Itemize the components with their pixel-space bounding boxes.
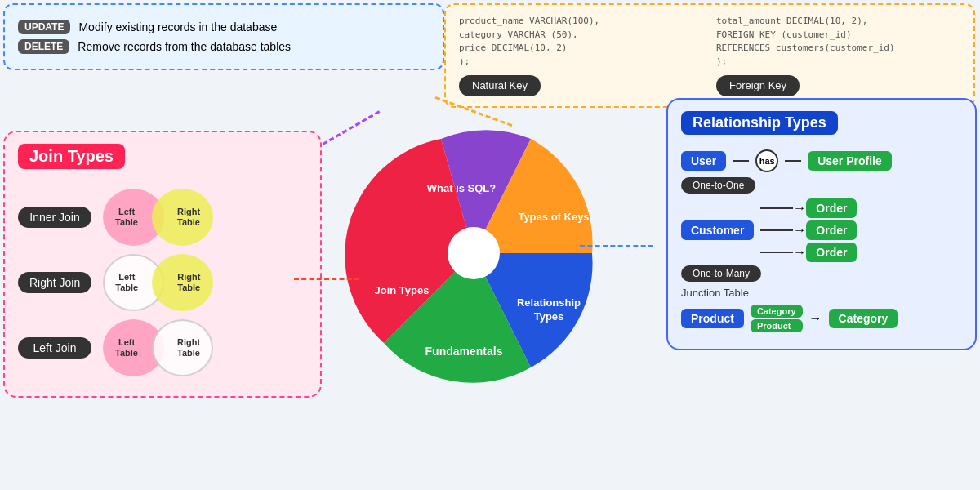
commands-section: UPDATE Modify existing records in the da… bbox=[3, 3, 444, 70]
foreign-key-label: Foreign Key bbox=[716, 75, 800, 96]
rel-label: Relationship bbox=[517, 296, 581, 309]
right-join-label: Right Join bbox=[18, 272, 91, 293]
user-node: User bbox=[681, 151, 726, 171]
relationship-types-section: Relationship Types User has User Profile… bbox=[666, 98, 977, 350]
delete-command: DELETE Remove records from the database … bbox=[18, 39, 430, 54]
right-left-label: LeftTable bbox=[106, 272, 147, 293]
fund-label: Fundamentals bbox=[425, 345, 503, 358]
keys-label: Types of Keys bbox=[518, 211, 589, 223]
multi-arrows: → Order → Order → Order bbox=[760, 198, 857, 262]
dashed-red-line bbox=[294, 278, 359, 280]
wheel-center bbox=[448, 227, 500, 279]
foreign-key-box: total_amount DECIMAL(10, 2), FOREIGN KEY… bbox=[716, 15, 960, 96]
left-join-venn: LeftTable RightTable bbox=[103, 319, 234, 376]
delete-text: Remove records from the database tables bbox=[78, 40, 291, 53]
has-circle: has bbox=[755, 149, 778, 172]
oto-line1 bbox=[733, 160, 749, 162]
inner-join-row: Inner Join LeftTable RightTable bbox=[18, 189, 307, 246]
right-right-label: RightTable bbox=[168, 272, 209, 293]
inner-join-venn: LeftTable RightTable bbox=[103, 189, 234, 246]
junction-label: Junction Table bbox=[681, 287, 749, 299]
customer-node: Customer bbox=[681, 220, 754, 240]
right-join-venn: LeftTable RightTable bbox=[103, 254, 234, 311]
order-node-3: Order bbox=[806, 243, 857, 262]
one-to-one-row: User has User Profile bbox=[681, 149, 962, 172]
order-node-2: Order bbox=[806, 220, 857, 240]
delete-badge: DELETE bbox=[18, 39, 69, 54]
join-label: Join Types bbox=[375, 284, 430, 296]
inner-left-label: LeftTable bbox=[106, 207, 147, 228]
category-product-bottom: Product bbox=[751, 319, 803, 332]
junction-row: Product Category Product → Category bbox=[681, 305, 962, 332]
one-to-one-badge: One-to-One bbox=[681, 177, 755, 194]
rel-label2: Types bbox=[534, 310, 564, 323]
product-node: Product bbox=[681, 309, 744, 328]
right-join-row: Right Join LeftTable RightTable bbox=[18, 254, 307, 311]
left-join-row: Left Join LeftTable RightTable bbox=[18, 319, 307, 376]
update-text: Modify existing records in the database bbox=[78, 20, 277, 33]
inner-right-label: RightTable bbox=[168, 207, 209, 228]
wheel-container: What is SQL? Types of Keys Relationship … bbox=[318, 82, 629, 425]
left-join-label: Left Join bbox=[18, 337, 91, 359]
rel-types-title: Relationship Types bbox=[681, 111, 838, 135]
left-left-label: LeftTable bbox=[106, 337, 147, 359]
update-badge: UPDATE bbox=[18, 20, 70, 34]
user-profile-node: User Profile bbox=[808, 151, 892, 171]
inner-join-label: Inner Join bbox=[18, 207, 91, 228]
junction-arrow: → bbox=[809, 311, 822, 326]
junction-middle: Category Product bbox=[751, 305, 803, 332]
category-node: Category bbox=[829, 309, 898, 328]
oto-line2 bbox=[785, 160, 801, 162]
category-product-top: Category bbox=[751, 305, 803, 318]
one-to-many-badge: One-to-Many bbox=[681, 265, 761, 282]
left-right-label: RightTable bbox=[168, 337, 209, 359]
join-types-section: Join Types Inner Join LeftTable RightTab… bbox=[3, 131, 322, 398]
wheel-svg: What is SQL? Types of Keys Relationship … bbox=[335, 114, 612, 392]
join-types-title: Join Types bbox=[18, 144, 125, 169]
order-node-1: Order bbox=[806, 198, 857, 218]
dashed-blue-line bbox=[580, 245, 653, 247]
sql-label: What is SQL? bbox=[427, 182, 497, 194]
update-command: UPDATE Modify existing records in the da… bbox=[18, 20, 430, 34]
